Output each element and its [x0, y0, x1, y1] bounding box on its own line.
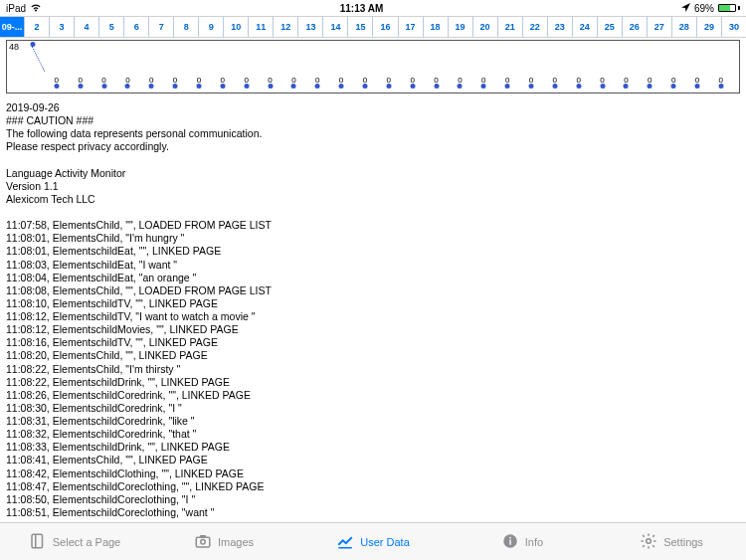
location-icon	[681, 3, 690, 14]
chart-point: 0	[614, 43, 638, 91]
log-output: 2019-09-26 ### CAUTION ### The following…	[0, 93, 746, 519]
chart-point: 0	[401, 43, 425, 91]
chart-point: 0	[163, 43, 187, 91]
calendar-day[interactable]: 15	[348, 17, 373, 37]
chart-point: 0	[187, 43, 211, 91]
chart-point: 0	[495, 43, 519, 91]
chart-point: 0	[377, 43, 401, 91]
chart-point: 0	[93, 43, 116, 91]
calendar-day[interactable]: 9	[199, 17, 224, 37]
calendar-day[interactable]: 30	[722, 17, 746, 37]
chart-point: 0	[211, 43, 235, 91]
chart-point: 0	[353, 43, 377, 91]
tab-settings[interactable]: Settings	[597, 523, 746, 560]
page-icon	[29, 532, 47, 552]
chart-icon	[336, 532, 354, 552]
calendar-day[interactable]: 20	[473, 17, 498, 37]
calendar-day[interactable]: 09-...	[0, 17, 25, 37]
tab-label: User Data	[360, 536, 410, 548]
chart-point: 0	[305, 43, 329, 91]
calendar-day[interactable]: 11	[249, 17, 274, 37]
chart-point: 0	[471, 43, 495, 91]
calendar-day[interactable]: 24	[573, 17, 598, 37]
tab-select-page[interactable]: Select a Page	[0, 523, 149, 560]
calendar-day[interactable]: 22	[523, 17, 548, 37]
svg-rect-4	[200, 535, 206, 538]
chart-point: 0	[115, 43, 139, 91]
calendar-day[interactable]: 16	[373, 17, 398, 37]
calendar-day[interactable]: 25	[598, 17, 623, 37]
gear-icon	[640, 532, 657, 552]
calendar-day[interactable]: 21	[498, 17, 523, 37]
calendar-day[interactable]: 13	[298, 17, 323, 37]
chart-point: 0	[661, 43, 685, 91]
camera-icon	[194, 532, 212, 552]
calendar-day[interactable]: 3	[50, 17, 75, 37]
chart-point: 0	[567, 43, 591, 91]
calendar-day[interactable]: 28	[672, 17, 697, 37]
calendar-day[interactable]: 17	[399, 17, 424, 37]
calendar-day[interactable]: 10	[224, 17, 249, 37]
tab-label: Info	[525, 536, 543, 548]
svg-rect-1	[35, 534, 37, 548]
activity-chart: 48 4800000000000000000000000000000	[0, 38, 746, 93]
chart-point: 0	[519, 43, 543, 91]
calendar-day[interactable]: 29	[697, 17, 722, 37]
calendar-day[interactable]: 12	[274, 17, 298, 37]
chart-point: 0	[235, 43, 259, 91]
chart-point: 0	[685, 43, 709, 91]
chart-point: 0	[329, 43, 353, 91]
chart-point: 0	[425, 43, 449, 91]
svg-point-7	[509, 536, 511, 538]
chart-point: 0	[638, 43, 661, 91]
tab-label: Images	[218, 536, 254, 548]
calendar-day[interactable]: 27	[648, 17, 672, 37]
status-bar: iPad 11:13 AM 69%	[0, 0, 746, 16]
chart-point: 0	[69, 43, 93, 91]
chart-ymax-label: 48	[9, 42, 19, 52]
tab-label: Settings	[663, 536, 703, 548]
calendar-day[interactable]: 4	[75, 17, 99, 37]
svg-rect-0	[32, 534, 43, 548]
tab-images[interactable]: Images	[149, 523, 298, 560]
calendar-day[interactable]: 7	[149, 17, 174, 37]
chart-point: 0	[139, 43, 163, 91]
calendar-day[interactable]: 26	[623, 17, 648, 37]
svg-point-3	[201, 539, 206, 544]
chart-point: 0	[259, 43, 282, 91]
calendar-day[interactable]: 6	[124, 17, 149, 37]
calendar-day[interactable]: 19	[449, 17, 473, 37]
wifi-icon	[30, 3, 42, 14]
clock: 11:13 AM	[340, 3, 384, 14]
calendar-day[interactable]: 14	[323, 17, 348, 37]
svg-rect-6	[509, 539, 511, 544]
calendar-day[interactable]: 23	[548, 17, 573, 37]
info-icon	[501, 532, 519, 552]
chart-point: 0	[709, 43, 733, 91]
chart-point: 0	[45, 43, 69, 91]
chart-point: 0	[448, 43, 471, 91]
calendar-day[interactable]: 8	[174, 17, 199, 37]
tab-bar: Select a Page Images User Data Info Sett…	[0, 522, 746, 560]
battery-pct: 69%	[694, 3, 714, 14]
calendar-day[interactable]: 18	[424, 17, 449, 37]
battery-icon	[718, 4, 740, 12]
svg-rect-2	[196, 537, 210, 547]
calendar-day[interactable]: 2	[25, 17, 50, 37]
tab-label: Select a Page	[53, 536, 121, 548]
tab-info[interactable]: Info	[448, 523, 597, 560]
chart-point: 0	[543, 43, 567, 91]
chart-point: 0	[591, 43, 615, 91]
calendar-day-row: 09-...2345678910111213141516171819202122…	[0, 16, 746, 38]
device-label: iPad	[6, 3, 26, 14]
calendar-day[interactable]: 5	[99, 17, 124, 37]
tab-user-data[interactable]: User Data	[298, 523, 448, 560]
chart-point: 0	[281, 43, 305, 91]
svg-point-8	[647, 538, 652, 543]
